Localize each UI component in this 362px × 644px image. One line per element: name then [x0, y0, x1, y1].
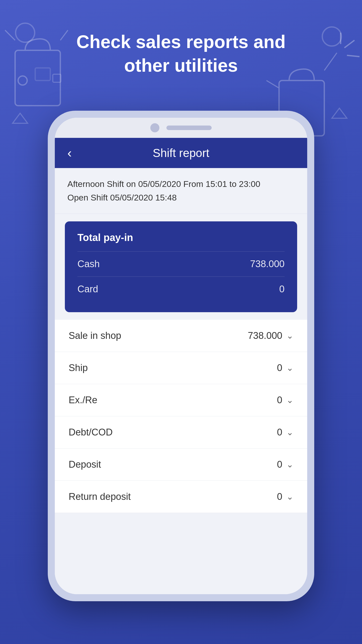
payin-cash-row: Cash 738.000 — [77, 251, 285, 276]
chevron-down-icon: ⌄ — [286, 459, 293, 469]
sales-item-value: 738.000 — [248, 330, 282, 341]
payin-cash-value: 738.000 — [250, 259, 285, 269]
sales-item-label: Ex./Re — [69, 395, 97, 406]
payin-card-label: Card — [77, 284, 98, 295]
svg-marker-4 — [13, 113, 28, 123]
svg-marker-8 — [332, 108, 347, 118]
page-title: Shift report — [153, 146, 209, 160]
sales-item-right: 0 ⌄ — [277, 363, 293, 373]
sales-item-label: Debt/COD — [69, 427, 113, 438]
payin-card-title: Total pay-in — [77, 232, 285, 243]
svg-point-1 — [18, 76, 27, 85]
sales-item-right: 0 ⌄ — [277, 459, 293, 470]
sales-item-label: Ship — [69, 363, 88, 373]
total-payin-card: Total pay-in Cash 738.000 Card 0 — [65, 221, 297, 312]
chevron-down-icon: ⌄ — [286, 363, 293, 373]
sales-item-right: 0 ⌄ — [277, 395, 293, 406]
phone-mockup: ‹ Shift report Afternoon Shift on 05/05/… — [48, 111, 314, 601]
list-item[interactable]: Deposit 0 ⌄ — [55, 449, 307, 481]
sales-item-label: Deposit — [69, 459, 101, 470]
sales-item-value: 0 — [277, 491, 282, 502]
sales-item-value: 0 — [277, 459, 282, 470]
app-header: ‹ Shift report — [55, 138, 307, 168]
speaker-bar — [166, 126, 212, 130]
sales-item-value: 0 — [277, 427, 282, 438]
shift-info-banner: Afternoon Shift on 05/05/2020 From 15:01… — [55, 168, 307, 214]
chevron-down-icon: ⌄ — [286, 492, 293, 502]
shift-info-line1: Afternoon Shift on 05/05/2020 From 15:01… — [67, 177, 295, 191]
camera-icon — [150, 123, 159, 132]
sales-item-right: 738.000 ⌄ — [248, 330, 293, 341]
chevron-down-icon: ⌄ — [286, 331, 293, 341]
list-item[interactable]: Ship 0 ⌄ — [55, 352, 307, 384]
sales-item-value: 0 — [277, 395, 282, 406]
list-item[interactable]: Return deposit 0 ⌄ — [55, 481, 307, 513]
list-item[interactable]: Sale in shop 738.000 ⌄ — [55, 320, 307, 352]
payin-card-row: Card 0 — [77, 276, 285, 302]
sales-item-label: Sale in shop — [69, 330, 121, 341]
list-item[interactable]: Ex./Re 0 ⌄ — [55, 384, 307, 416]
shift-info-line2: Open Shift 05/05/2020 15:48 — [67, 191, 295, 204]
sales-list: Sale in shop 738.000 ⌄ Ship 0 ⌄ — [55, 320, 307, 513]
list-item[interactable]: Debt/COD 0 ⌄ — [55, 416, 307, 449]
sales-item-value: 0 — [277, 363, 282, 373]
app-content: ‹ Shift report Afternoon Shift on 05/05/… — [55, 138, 307, 594]
payin-card-value: 0 — [279, 284, 285, 295]
hero-title: Check sales reports and other utilities — [0, 30, 362, 77]
sales-item-right: 0 ⌄ — [277, 491, 293, 502]
back-button[interactable]: ‹ — [67, 145, 72, 160]
payin-cash-label: Cash — [77, 259, 100, 269]
sales-item-right: 0 ⌄ — [277, 427, 293, 438]
phone-notch — [55, 118, 307, 138]
sales-item-label: Return deposit — [69, 491, 131, 502]
chevron-down-icon: ⌄ — [286, 395, 293, 405]
chevron-down-icon: ⌄ — [286, 427, 293, 437]
